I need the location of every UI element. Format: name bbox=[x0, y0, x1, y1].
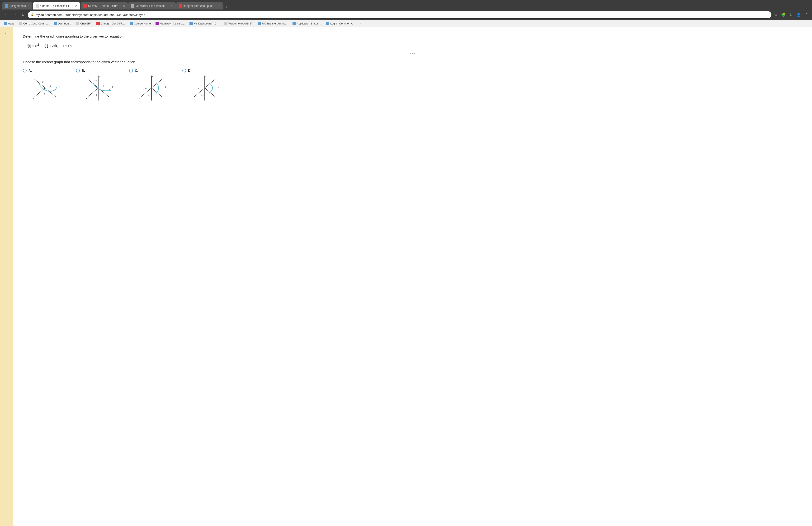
bookmark-icon-app-status bbox=[292, 22, 296, 25]
graph-C: y z x −1 3 −3 bbox=[135, 74, 168, 102]
bookmark-my-dashboard[interactable]: My Dashboard – C… bbox=[188, 22, 221, 26]
new-tab-button[interactable]: + bbox=[224, 4, 230, 10]
back-button[interactable]: ← bbox=[3, 12, 10, 18]
bookmark-icon-my-dashboard bbox=[189, 22, 193, 25]
svg-line-15 bbox=[98, 88, 109, 97]
option-D: D. y z x −1 bbox=[182, 69, 221, 102]
bookmark-mathway[interactable]: Mathway | Calculu… bbox=[154, 22, 187, 26]
svg-text:3: 3 bbox=[151, 79, 152, 82]
option-A-text: A. bbox=[29, 69, 32, 72]
bookmark-course-home[interactable]: Course Home bbox=[128, 22, 153, 26]
option-B-label[interactable]: B. bbox=[76, 69, 85, 72]
bookmark-icon-chatgpt bbox=[76, 22, 79, 25]
option-C: C. y z x −1 bbox=[129, 69, 168, 102]
option-C-text: C. bbox=[135, 69, 138, 72]
svg-line-16 bbox=[88, 79, 98, 88]
extensions-button[interactable]: 🧩 bbox=[780, 12, 787, 18]
tab-title-chapter16: Chapter 16 Practice Exam bbox=[40, 4, 74, 8]
option-A-label[interactable]: A. bbox=[23, 69, 32, 72]
bookmark-chatgpt[interactable]: ChatGPT bbox=[74, 22, 93, 26]
lock-icon: 🔒 bbox=[31, 13, 34, 16]
bookmark-label-app-status: Application Status… bbox=[297, 22, 321, 25]
tab-integral[interactable]: integral from 0 to 2pi of integ… ✕ bbox=[176, 2, 223, 10]
bookmark-label-mathway: Mathway | Calculu… bbox=[160, 22, 185, 25]
radio-C[interactable] bbox=[129, 69, 133, 72]
graph-B: y z x 1 3 −3 bbox=[82, 74, 115, 102]
tab-close-solvely[interactable]: ✕ bbox=[123, 4, 125, 8]
choose-text: Choose the correct graph that correspond… bbox=[23, 60, 802, 64]
equation-block: r(t) = (t2 − 1) j + 3tk, −1 ≤ t ≤ 1 bbox=[27, 43, 802, 48]
tab-chapter16[interactable]: Chapter 16 Practice Exam ✕ bbox=[33, 2, 80, 10]
profile-button[interactable]: 👤 bbox=[795, 12, 802, 18]
radio-A[interactable] bbox=[23, 69, 27, 72]
bookmark-app-status[interactable]: Application Status… bbox=[291, 22, 323, 26]
tab-close-assignments[interactable]: ✕ bbox=[27, 4, 30, 8]
bookmark-chegg[interactable]: Chegg – Get 24/7… bbox=[95, 22, 127, 26]
svg-text:1: 1 bbox=[103, 85, 104, 87]
svg-text:y: y bbox=[112, 85, 113, 88]
divider-dots: • • • bbox=[407, 52, 418, 56]
graph-C-container: y z x −1 3 −3 bbox=[135, 74, 168, 102]
tab-assignments[interactable]: Assignments ✕ bbox=[2, 2, 32, 10]
option-C-label[interactable]: C. bbox=[129, 69, 138, 72]
graph-D-container: y z x −1 3 −3 bbox=[188, 74, 221, 102]
tab-close-chapter16[interactable]: ✕ bbox=[75, 4, 77, 8]
tab-icon-outward-flux bbox=[131, 4, 134, 8]
url-text: mylab.pearson.com/Student/PlayerTest.asp… bbox=[35, 13, 769, 17]
option-A: A. y z x bbox=[23, 69, 62, 102]
bookmark-uc-transfer[interactable]: UC Transfer Admis… bbox=[256, 22, 290, 26]
bookmark-icon-dashboard bbox=[54, 22, 57, 25]
tab-solvely[interactable]: Solvely – Take a Picture Math ✕ bbox=[81, 2, 128, 10]
bookmark-icon-uc-transfer bbox=[258, 22, 261, 25]
bookmark-star-button[interactable]: ☆ bbox=[773, 12, 778, 18]
tab-outward-flux[interactable]: Outward Flux, Circulation Ca… ✕ bbox=[128, 2, 176, 10]
bookmark-label-chatgpt: ChatGPT bbox=[80, 22, 92, 25]
graph-D: y z x −1 3 −3 bbox=[188, 74, 221, 102]
equation-text: r(t) = (t2 − 1) j + 3tk, −1 ≤ t ≤ 1 bbox=[27, 44, 75, 48]
address-bar: ← → ↻ 🔒 mylab.pearson.com/Student/Player… bbox=[0, 10, 812, 20]
menu-button[interactable]: ⋮ bbox=[804, 12, 809, 18]
browser-frame: Assignments ✕ Chapter 16 Practice Exam ✕… bbox=[0, 0, 812, 27]
bookmark-login-common[interactable]: Login | Common A… bbox=[324, 22, 357, 26]
bookmark-icon-apps bbox=[4, 22, 7, 25]
tab-title-integral: integral from 0 to 2pi of integ… bbox=[184, 4, 217, 8]
bookmark-label-apps: Apps bbox=[8, 22, 14, 25]
svg-text:−1: −1 bbox=[198, 87, 200, 89]
svg-text:z: z bbox=[99, 75, 100, 78]
svg-line-4 bbox=[34, 79, 45, 88]
sidebar-back-button[interactable]: ← bbox=[0, 27, 13, 40]
radio-D[interactable] bbox=[182, 69, 186, 72]
svg-text:z: z bbox=[152, 75, 153, 78]
question-text: Determine the graph corresponding to the… bbox=[23, 34, 802, 39]
url-bar[interactable]: 🔒 mylab.pearson.com/Student/PlayerTest.a… bbox=[28, 11, 771, 18]
bookmark-dashboard[interactable]: Dashboard bbox=[52, 22, 73, 26]
tab-icon-integral bbox=[179, 4, 182, 8]
tab-icon-assignments bbox=[5, 4, 8, 8]
bookmark-icon-cerro-coso bbox=[19, 22, 22, 25]
tab-title-outward-flux: Outward Flux, Circulation Ca… bbox=[136, 4, 169, 8]
bookmark-apps[interactable]: Apps bbox=[2, 22, 16, 26]
reload-button[interactable]: ↻ bbox=[20, 12, 26, 18]
bookmark-label-my-dashboard: My Dashboard – C… bbox=[194, 22, 219, 25]
download-button[interactable]: ⬇ bbox=[788, 12, 794, 18]
bookmark-label-chegg: Chegg – Get 24/7… bbox=[101, 22, 125, 25]
option-D-label[interactable]: D. bbox=[182, 69, 191, 72]
tab-close-integral[interactable]: ✕ bbox=[218, 4, 220, 8]
radio-B[interactable] bbox=[76, 69, 80, 72]
bookmark-welcome-assist[interactable]: Welcome to ASSIST bbox=[222, 22, 255, 26]
tab-icon-solvely bbox=[83, 4, 87, 8]
bookmark-icon-chegg bbox=[97, 22, 100, 25]
svg-text:3: 3 bbox=[96, 80, 97, 82]
bookmark-label-welcome-assist: Welcome to ASSIST bbox=[228, 22, 253, 25]
bookmarks-bar: Apps Cerro Coso Comm… Dashboard ChatGPT … bbox=[0, 20, 812, 27]
tab-close-outward-flux[interactable]: ✕ bbox=[171, 4, 173, 8]
sidebar: ← bbox=[0, 27, 13, 526]
svg-line-3 bbox=[45, 88, 56, 97]
bookmark-label-login-common: Login | Common A… bbox=[330, 22, 356, 25]
bookmark-cerro-coso[interactable]: Cerro Coso Comm… bbox=[17, 22, 50, 26]
option-D-text: D. bbox=[188, 69, 191, 72]
bookmarks-more-button[interactable]: » bbox=[358, 22, 363, 26]
forward-button[interactable]: → bbox=[11, 12, 18, 18]
tab-bar: Assignments ✕ Chapter 16 Practice Exam ✕… bbox=[0, 0, 812, 10]
svg-text:−3: −3 bbox=[42, 93, 45, 95]
